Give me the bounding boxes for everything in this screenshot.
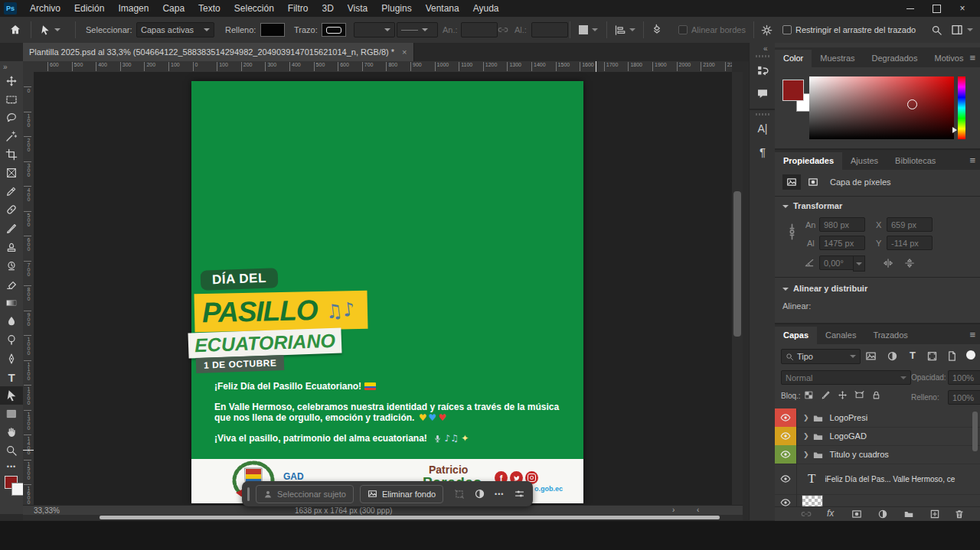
menu-capa[interactable]: Capa <box>155 0 191 17</box>
layer-visibility-toggle[interactable] <box>775 445 797 464</box>
select-subject-button[interactable]: Seleccionar sujeto <box>256 485 354 503</box>
character-panel-icon[interactable]: A| <box>752 118 773 139</box>
history-panel-icon[interactable] <box>752 60 773 81</box>
filter-shape-layers-icon[interactable] <box>926 350 938 363</box>
filter-pixel-layers-icon[interactable] <box>865 350 877 363</box>
layers-panel-menu-icon[interactable]: ≡ <box>969 329 975 340</box>
filter-type-layers-icon[interactable]: T <box>910 350 916 361</box>
tab-ajustes[interactable]: Ajustes <box>842 152 887 170</box>
mask-properties-icon[interactable] <box>804 174 822 190</box>
toolbar-expand-icon[interactable]: » <box>3 63 8 71</box>
zoom-level[interactable]: 33,33% <box>34 506 60 515</box>
type-tool[interactable]: T <box>0 368 23 386</box>
rectangle-tool[interactable] <box>0 405 23 423</box>
clone-stamp-tool[interactable] <box>0 238 23 256</box>
history-brush-tool[interactable] <box>0 257 23 275</box>
color-foreground-swatch[interactable] <box>782 80 804 101</box>
add-mask-icon[interactable] <box>851 509 862 521</box>
object-selection-tool[interactable] <box>0 127 23 145</box>
layer-filter-toggle[interactable] <box>966 350 975 360</box>
dodge-tool[interactable] <box>0 330 23 349</box>
menu-archivo[interactable]: Archivo <box>23 0 67 17</box>
tab-capas[interactable]: Capas <box>775 327 817 344</box>
restringir-checkbox[interactable]: Restringir el arrastre del trazado <box>782 17 916 43</box>
document-tab[interactable]: Plantilla 2025.psd al 33,3% (504664122_5… <box>23 43 414 61</box>
layer-visibility-toggle[interactable] <box>775 427 797 445</box>
vertical-scrollbar[interactable] <box>732 72 743 505</box>
gradient-tool[interactable] <box>0 294 23 312</box>
angle-dropdown[interactable] <box>853 255 865 272</box>
dock-collapse-icon[interactable]: « <box>763 44 768 53</box>
hue-slider[interactable] <box>958 76 965 139</box>
new-layer-icon[interactable] <box>929 509 940 521</box>
menu-filtro[interactable]: Filtro <box>281 0 315 17</box>
menu-plugins[interactable]: Plugins <box>374 0 418 17</box>
select-mode-dropdown[interactable]: Capas activas <box>136 22 214 37</box>
marquee-tool[interactable] <box>0 90 23 109</box>
taskbar-drag-handle[interactable] <box>247 487 250 501</box>
menu-edicion[interactable]: Edición <box>67 0 111 17</box>
delete-layer-icon[interactable] <box>954 509 965 521</box>
lock-transparency-icon[interactable] <box>804 390 814 402</box>
minimize-button[interactable] <box>897 0 923 17</box>
pixel-layer-icon[interactable] <box>782 174 801 190</box>
link-dimensions-icon[interactable] <box>498 17 508 43</box>
alinear-bordes-checkbox[interactable]: Alinear bordes <box>678 17 746 43</box>
remove-background-button[interactable]: Eliminar fondo <box>360 485 443 503</box>
tab-bibliotecas[interactable]: Bibliotecas <box>887 152 944 170</box>
filter-smart-objects-icon[interactable] <box>946 350 958 363</box>
color-panel-menu-icon[interactable]: ≡ <box>969 52 975 63</box>
blur-tool[interactable] <box>0 312 23 330</box>
lock-position-icon[interactable] <box>838 390 848 402</box>
opacity-field[interactable]: 100% <box>948 370 980 385</box>
tab-muestras[interactable]: Muestras <box>812 50 863 67</box>
lock-pixels-icon[interactable] <box>821 390 831 402</box>
color-field-cursor[interactable] <box>907 99 917 109</box>
edit-toolbar-icon[interactable]: ••• <box>0 457 23 476</box>
tab-trazados[interactable]: Trazados <box>864 327 916 344</box>
group-expander-icon[interactable]: ❯ <box>803 432 809 440</box>
y-field[interactable]: -114 px <box>887 236 933 250</box>
layer-row-text[interactable]: T iFeliz Día del Pas... Valle Hermoso, c… <box>775 464 980 495</box>
horizontal-scrollbar[interactable] <box>23 515 743 520</box>
tab-close-icon[interactable]: × <box>402 47 407 57</box>
move-tool[interactable] <box>0 72 23 90</box>
eraser-tool[interactable] <box>0 275 23 294</box>
create-adjustment-icon[interactable] <box>469 488 489 500</box>
path-operations-icon[interactable] <box>579 17 598 43</box>
comments-panel-icon[interactable] <box>752 83 773 104</box>
menu-vista[interactable]: Vista <box>341 0 374 17</box>
tab-motivos[interactable]: Motivos <box>926 50 972 67</box>
path-arrangement-icon[interactable] <box>651 17 663 43</box>
status-next-icon[interactable]: › <box>672 506 675 514</box>
menu-seleccion[interactable]: Selección <box>227 0 281 17</box>
tool-settings-gear-icon[interactable] <box>761 17 773 43</box>
lasso-tool[interactable] <box>0 109 23 127</box>
workspace-switcher-icon[interactable] <box>951 17 973 43</box>
layer-visibility-toggle[interactable] <box>775 408 797 427</box>
layer-row-logogad[interactable]: ❯ LogoGAD <box>775 427 980 446</box>
tab-canales[interactable]: Canales <box>817 327 864 344</box>
tab-color[interactable]: Color <box>775 50 812 67</box>
group-expander-icon[interactable]: ❯ <box>803 451 809 458</box>
stroke-width-dropdown[interactable] <box>354 23 395 37</box>
home-icon[interactable] <box>9 17 21 43</box>
new-adjustment-layer-icon[interactable] <box>877 509 888 521</box>
canvas-area[interactable]: DÍA DEL PASILLO ♫♪ ECUATORIANO 1 DE OCTU… <box>34 72 732 505</box>
restore-button[interactable] <box>923 0 949 17</box>
transform-collapse-icon[interactable] <box>782 205 789 208</box>
x-field[interactable]: 659 px <box>887 217 933 232</box>
group-expander-icon[interactable]: ❯ <box>803 414 809 421</box>
transform-image-icon[interactable] <box>449 489 469 500</box>
align-collapse-icon[interactable] <box>782 288 789 291</box>
more-options-icon[interactable]: ••• <box>489 490 509 498</box>
frame-tool[interactable] <box>0 164 23 182</box>
new-group-icon[interactable] <box>903 509 914 521</box>
path-selection-tool[interactable] <box>0 386 23 405</box>
al-field[interactable]: 1475 px <box>819 236 865 250</box>
layer-visibility-toggle[interactable] <box>775 464 797 494</box>
blend-mode-dropdown[interactable]: Normal <box>781 370 911 385</box>
status-prev-icon[interactable]: ‹ <box>697 506 699 514</box>
fill-field[interactable]: 100% <box>948 390 980 405</box>
width-field[interactable] <box>461 23 498 37</box>
